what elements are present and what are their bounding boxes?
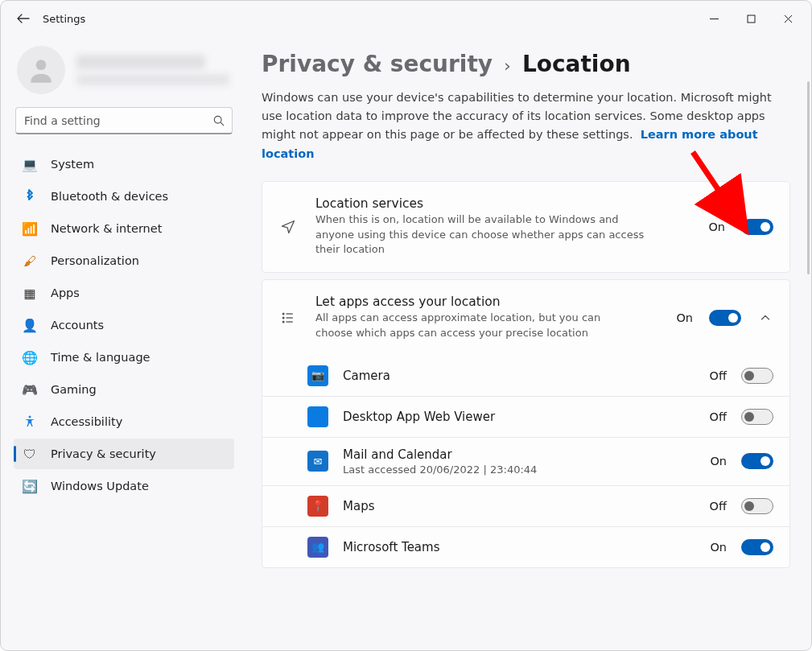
nav-icon: 🖌 xyxy=(22,253,38,269)
settings-window: Settings xyxy=(0,0,812,651)
nav-icon: 🔄 xyxy=(22,478,38,494)
sidebar: 💻SystemBluetooth & devices📶Network & int… xyxy=(1,36,244,650)
app-name: Maps xyxy=(343,499,688,513)
content-pane: Privacy & security › Location Windows ca… xyxy=(244,36,811,650)
nav-icon: 💻 xyxy=(22,156,38,172)
apps-access-card: Let apps access your location All apps c… xyxy=(262,279,790,568)
app-subtext: Last accessed 20/06/2022 | 23:40:44 xyxy=(343,464,688,476)
sidebar-item-bluetooth-devices[interactable]: Bluetooth & devices xyxy=(14,181,234,212)
breadcrumb-separator: › xyxy=(504,56,511,76)
nav-icon: 🎮 xyxy=(22,381,38,398)
svg-point-3 xyxy=(29,416,31,418)
sidebar-item-accounts[interactable]: 👤Accounts xyxy=(14,310,234,340)
nav-icon: ▦ xyxy=(22,285,38,301)
nav-label: Bluetooth & devices xyxy=(51,190,168,203)
nav-icon: 🛡 xyxy=(22,446,38,462)
close-button[interactable] xyxy=(769,6,806,31)
location-services-row[interactable]: Location services When this is on, locat… xyxy=(262,182,789,273)
app-icon: 👥 xyxy=(307,537,328,558)
avatar xyxy=(17,46,65,94)
app-state: On xyxy=(703,455,727,468)
sidebar-item-personalization[interactable]: 🖌Personalization xyxy=(14,245,234,276)
nav-label: System xyxy=(51,158,94,171)
location-services-card: Location services When this is on, locat… xyxy=(262,181,790,274)
app-row-camera[interactable]: 📷CameraOff xyxy=(262,356,789,396)
svg-rect-0 xyxy=(748,15,755,23)
sidebar-item-apps[interactable]: ▦Apps xyxy=(14,278,234,308)
sidebar-item-time-language[interactable]: 🌐Time & language xyxy=(14,342,234,373)
app-state: On xyxy=(703,541,727,554)
app-toggle[interactable] xyxy=(741,409,773,425)
back-icon xyxy=(17,12,30,25)
window-controls xyxy=(695,6,806,31)
nav-label: Accessibility xyxy=(51,415,122,428)
nav-icon: 📶 xyxy=(22,220,38,237)
apps-access-row[interactable]: Let apps access your location All apps c… xyxy=(262,280,789,356)
apps-access-toggle[interactable] xyxy=(709,310,741,326)
profile-area[interactable] xyxy=(14,41,234,105)
app-state: Off xyxy=(703,369,727,382)
nav-label: Time & language xyxy=(51,351,150,364)
nav-list: 💻SystemBluetooth & devices📶Network & int… xyxy=(14,149,234,501)
location-services-state: On xyxy=(701,220,725,233)
app-toggle[interactable] xyxy=(741,539,773,555)
nav-label: Windows Update xyxy=(51,480,149,492)
location-services-title: Location services xyxy=(315,196,685,211)
app-toggle[interactable] xyxy=(741,368,773,384)
nav-label: Network & internet xyxy=(51,222,162,235)
app-title: Settings xyxy=(43,13,85,25)
sidebar-item-gaming[interactable]: 🎮Gaming xyxy=(14,374,234,405)
breadcrumb: Privacy & security › Location xyxy=(262,51,790,77)
page-description: Windows can use your device's capabiliti… xyxy=(262,89,777,163)
app-toggle[interactable] xyxy=(741,453,773,469)
app-icon: 📷 xyxy=(307,365,328,386)
breadcrumb-parent[interactable]: Privacy & security xyxy=(262,51,493,77)
titlebar: Settings xyxy=(1,1,811,36)
svg-point-2 xyxy=(214,116,221,123)
minimize-button[interactable] xyxy=(695,6,732,31)
apps-access-state: On xyxy=(669,311,693,324)
nav-label: Privacy & security xyxy=(51,447,156,460)
profile-name-blurred xyxy=(76,55,231,85)
nav-label: Accounts xyxy=(51,319,104,332)
nav-icon: 👤 xyxy=(22,317,38,333)
maximize-button[interactable] xyxy=(732,6,769,31)
svg-point-4 xyxy=(282,313,284,315)
app-toggle[interactable] xyxy=(741,498,773,514)
svg-point-6 xyxy=(282,321,284,323)
apps-access-title: Let apps access your location xyxy=(315,295,653,309)
sidebar-item-network-internet[interactable]: 📶Network & internet xyxy=(14,213,234,244)
chevron-up-icon xyxy=(760,312,771,323)
sidebar-item-privacy-security[interactable]: 🛡Privacy & security xyxy=(14,439,234,469)
close-icon xyxy=(784,14,793,23)
app-row-maps[interactable]: 📍MapsOff xyxy=(262,485,789,526)
app-icon: ✉ xyxy=(307,451,328,472)
app-row-desktop-app-web-viewer[interactable]: Desktop App Web ViewerOff xyxy=(262,396,789,437)
maximize-icon xyxy=(747,14,756,23)
app-row-mail-and-calendar[interactable]: ✉Mail and CalendarLast accessed 20/06/20… xyxy=(262,437,789,485)
svg-point-1 xyxy=(36,60,47,70)
nav-label: Apps xyxy=(51,286,80,299)
sidebar-item-accessibility[interactable]: Accessibility xyxy=(14,406,234,437)
svg-point-5 xyxy=(282,317,284,319)
back-button[interactable] xyxy=(10,6,36,31)
app-name: Microsoft Teams xyxy=(343,540,688,554)
app-name: Camera xyxy=(343,369,688,383)
location-icon xyxy=(277,219,299,235)
search-input[interactable] xyxy=(15,107,233,134)
nav-icon: 🌐 xyxy=(22,349,38,365)
nav-label: Gaming xyxy=(51,383,97,396)
location-services-toggle[interactable] xyxy=(741,219,773,235)
nav-icon xyxy=(22,414,38,430)
apps-access-subtitle: All apps can access approximate location… xyxy=(315,311,621,341)
app-row-microsoft-teams[interactable]: 👥Microsoft TeamsOn xyxy=(262,526,789,567)
search-container xyxy=(15,107,233,134)
sidebar-item-system[interactable]: 💻System xyxy=(14,149,234,179)
scrollbar[interactable] xyxy=(807,81,810,274)
app-state: Off xyxy=(703,410,727,423)
minimize-icon xyxy=(710,14,719,23)
nav-icon xyxy=(22,188,38,204)
collapse-button[interactable] xyxy=(757,312,773,323)
sidebar-item-windows-update[interactable]: 🔄Windows Update xyxy=(14,471,234,501)
app-icon xyxy=(307,406,328,427)
